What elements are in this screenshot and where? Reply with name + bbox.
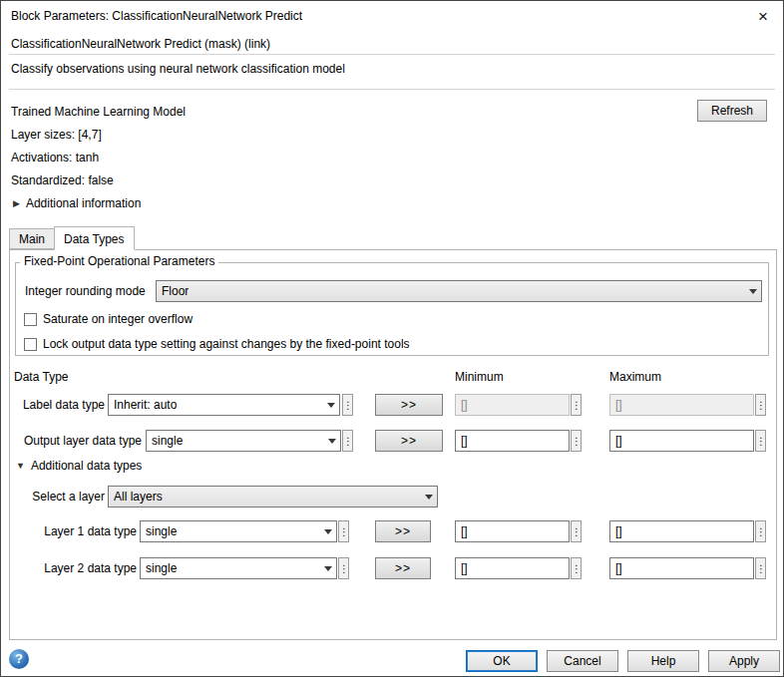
model-standardized: Standardized: false — [11, 173, 114, 187]
layer2-maximum-field[interactable]: [] — [609, 557, 754, 579]
close-icon[interactable]: × — [753, 7, 773, 26]
label-data-type-minimum-field: [] — [455, 394, 570, 416]
lock-output-row: Lock output data type setting against ch… — [24, 337, 410, 351]
output-layer-data-type-row: Output layer data type single ⋮ >> [] ⋮ … — [10, 430, 776, 452]
stepper-menu-icon: ⋮ — [755, 394, 766, 416]
layer2-data-type-combobox[interactable]: single — [140, 557, 337, 579]
chevron-down-icon — [323, 431, 340, 451]
tab-main[interactable]: Main — [9, 228, 55, 249]
data-type-header: Data Type — [14, 370, 68, 384]
block-parameters-dialog: Block Parameters: ClassificationNeuralNe… — [0, 0, 784, 677]
stepper-menu-icon[interactable]: ⋮ — [342, 430, 353, 452]
chevron-down-icon — [744, 281, 761, 301]
window-title: Block Parameters: ClassificationNeuralNe… — [11, 9, 302, 23]
minimum-header: Minimum — [455, 370, 504, 384]
data-type-assistant-button[interactable]: >> — [375, 557, 431, 579]
chevron-down-icon — [319, 558, 336, 578]
output-layer-maximum-field[interactable]: [] — [609, 430, 754, 452]
label-data-type-label: Label data type — [10, 398, 105, 412]
label-data-type-row: Label data type Inherit: auto ⋮ >> [] ⋮ … — [10, 394, 776, 416]
stepper-menu-icon[interactable]: ⋮ — [571, 557, 582, 579]
stepper-menu-icon[interactable]: ⋮ — [338, 520, 349, 542]
stepper-menu-icon[interactable]: ⋮ — [338, 557, 349, 579]
ok-button[interactable]: OK — [466, 650, 538, 672]
data-type-assistant-button[interactable]: >> — [375, 430, 443, 452]
layer1-data-type-row: Layer 1 data type single ⋮ >> [] ⋮ [] ⋮ — [10, 520, 776, 542]
stepper-menu-icon[interactable]: ⋮ — [571, 430, 582, 452]
label-data-type-combobox[interactable]: Inherit: auto — [108, 394, 340, 416]
tab-bar: Main Data Types — [9, 226, 135, 250]
lock-output-checkbox[interactable] — [24, 338, 37, 351]
separator — [9, 89, 775, 90]
output-layer-data-type-value: single — [152, 434, 183, 448]
maximum-header: Maximum — [609, 370, 661, 384]
chevron-down-icon — [322, 395, 339, 415]
chevron-down-expanded-icon: ▼ — [16, 461, 25, 471]
integer-rounding-combobox[interactable]: Floor — [156, 280, 762, 302]
tab-data-types[interactable]: Data Types — [54, 226, 134, 250]
model-heading: Trained Machine Learning Model — [11, 105, 186, 119]
chevron-down-icon — [319, 521, 336, 541]
separator — [9, 54, 775, 55]
help-icon[interactable]: ? — [9, 649, 29, 669]
integer-rounding-value: Floor — [162, 284, 189, 298]
stepper-menu-icon: ⋮ — [571, 394, 582, 416]
layer1-maximum-field[interactable]: [] — [609, 520, 754, 542]
select-layer-label: Select a layer — [10, 490, 105, 504]
saturate-overflow-checkbox[interactable] — [24, 313, 37, 326]
model-layer-sizes: Layer sizes: [4,7] — [11, 128, 102, 142]
mask-description: Classify observations using neural netwo… — [11, 62, 345, 76]
additional-information-toggle[interactable]: ▶ Additional information — [13, 196, 141, 210]
saturate-overflow-label: Saturate on integer overflow — [43, 312, 193, 326]
layer1-data-type-label: Layer 1 data type — [10, 524, 137, 538]
layer2-data-type-row: Layer 2 data type single ⋮ >> [] ⋮ [] ⋮ — [10, 557, 776, 579]
lock-output-label: Lock output data type setting against ch… — [43, 337, 410, 351]
layer1-minimum-field[interactable]: [] — [455, 520, 570, 542]
stepper-menu-icon[interactable]: ⋮ — [755, 520, 766, 542]
layer1-data-type-combobox[interactable]: single — [140, 520, 337, 542]
data-type-assistant-button[interactable]: >> — [375, 394, 443, 416]
output-layer-data-type-combobox[interactable]: single — [146, 430, 341, 452]
label-data-type-maximum-field: [] — [609, 394, 754, 416]
apply-button[interactable]: Apply — [708, 650, 780, 672]
select-layer-combobox[interactable]: All layers — [108, 486, 438, 508]
integer-rounding-label: Integer rounding mode — [25, 284, 146, 298]
refresh-button[interactable]: Refresh — [697, 100, 767, 122]
chevron-right-icon: ▶ — [13, 198, 20, 208]
stepper-menu-icon[interactable]: ⋮ — [755, 557, 766, 579]
layer2-minimum-field[interactable]: [] — [455, 557, 570, 579]
select-layer-value: All layers — [114, 490, 163, 504]
fixed-point-group-title: Fixed-Point Operational Parameters — [20, 254, 218, 268]
additional-information-label: Additional information — [26, 196, 141, 210]
layer2-data-type-value: single — [146, 561, 177, 575]
chevron-down-icon — [420, 487, 437, 507]
model-activations: Activations: tanh — [11, 151, 99, 165]
output-layer-data-type-label: Output layer data type — [10, 434, 142, 448]
stepper-menu-icon[interactable]: ⋮ — [342, 394, 353, 416]
stepper-menu-icon[interactable]: ⋮ — [571, 520, 582, 542]
output-layer-minimum-field[interactable]: [] — [455, 430, 570, 452]
additional-data-types-label: Additional data types — [31, 459, 142, 473]
mask-heading: ClassificationNeuralNetwork Predict (mas… — [11, 37, 270, 51]
cancel-button[interactable]: Cancel — [547, 650, 618, 672]
label-data-type-value: Inherit: auto — [114, 398, 177, 412]
help-button[interactable]: Help — [627, 650, 699, 672]
data-types-tab-panel: Fixed-Point Operational Parameters Integ… — [9, 249, 777, 640]
title-bar: Block Parameters: ClassificationNeuralNe… — [1, 1, 783, 31]
additional-data-types-toggle[interactable]: ▼ Additional data types — [16, 459, 142, 473]
select-layer-row: Select a layer All layers — [10, 486, 776, 508]
layer1-data-type-value: single — [146, 524, 177, 538]
layer2-data-type-label: Layer 2 data type — [10, 561, 137, 575]
stepper-menu-icon[interactable]: ⋮ — [755, 430, 766, 452]
saturate-overflow-row: Saturate on integer overflow — [24, 312, 193, 326]
fixed-point-group: Fixed-Point Operational Parameters Integ… — [15, 262, 769, 356]
data-type-assistant-button[interactable]: >> — [375, 520, 431, 542]
